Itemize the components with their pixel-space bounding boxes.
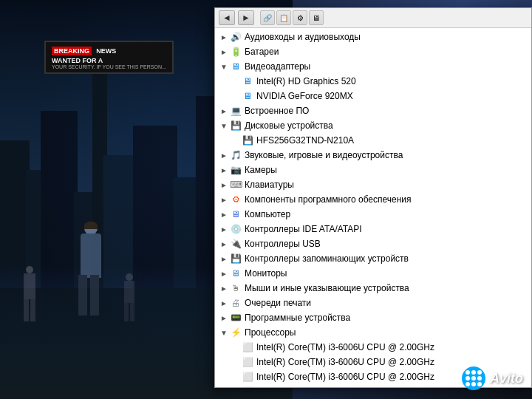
tree-icon-intel-gpu: 🖥: [242, 75, 253, 87]
avito-dot-6: [477, 376, 482, 381]
tree-item-camera[interactable]: ►📷Камеры: [215, 163, 531, 177]
tree-label-computer: Компьютер: [245, 209, 290, 219]
tree-item-sound-dev[interactable]: ►🎵Звуковые, игровые и видеоустройства: [215, 148, 531, 163]
tree-item-ide[interactable]: ►💿Контроллеры IDE ATA/ATAPI: [215, 222, 531, 236]
avito-dot-4: [466, 376, 470, 381]
tree-expander-computer[interactable]: ►: [218, 208, 230, 220]
dm-toolbar: ◄ ► 🔗 📋 ⚙ 🖥: [215, 8, 531, 28]
breaking-news-label: BREAKING: [52, 47, 92, 55]
tree-item-computer[interactable]: ►🖥Компьютер: [215, 207, 531, 222]
tree-item-components[interactable]: ►⚙Компоненты программного обеспечения: [215, 192, 531, 207]
toolbar-icon-4[interactable]: 🖥: [309, 10, 324, 25]
tree-item-audio[interactable]: ►🔊Аудиовходы и аудиовыходы: [215, 30, 531, 44]
tree-item-mouse[interactable]: ►🖱Мыши и иные указывающие устройства: [215, 281, 531, 296]
tree-icon-usb: 🔌: [230, 238, 242, 250]
news-label: NEWS: [96, 47, 116, 55]
tree-item-nvidia-gpu[interactable]: 🖥NVIDIA GeForce 920MX: [215, 89, 531, 103]
tree-icon-sound-dev: 🎵: [230, 149, 242, 161]
tree-item-program-dev[interactable]: ►📟Программные устройства: [215, 310, 531, 325]
avito-dot-3: [477, 370, 482, 375]
avito-text-label: Avito: [490, 371, 523, 386]
tree-item-battery[interactable]: ►🔋Батареи: [215, 44, 531, 59]
avito-dot-5: [471, 376, 476, 381]
avito-logo: [462, 366, 485, 390]
toolbar-icon-1[interactable]: 🔗: [260, 10, 275, 25]
tree-item-builtin[interactable]: ►💻Встроенное ПО: [215, 103, 531, 118]
tree-expander-builtin[interactable]: ►: [218, 105, 230, 117]
tree-icon-cpu4: ⬜: [242, 386, 253, 387]
tree-expander-cpu-cat[interactable]: ▼: [218, 327, 230, 338]
device-manager-window: ◄ ► 🔗 📋 ⚙ 🖥 ►🔊Аудиовходы и аудиовыходы►🔋…: [214, 7, 532, 388]
tree-icon-computer: 🖥: [230, 208, 242, 220]
tree-item-keyboard[interactable]: ►⌨Клавиатуры: [215, 177, 531, 192]
tree-item-hdd1[interactable]: 💾HFS256G32TND-N210A: [215, 133, 531, 148]
tree-label-mouse: Мыши и иные указывающие устройства: [245, 283, 409, 293]
tree-expander-monitor[interactable]: ►: [218, 267, 230, 279]
tree-expander-usb[interactable]: ►: [218, 238, 230, 250]
tree-expander-components[interactable]: ►: [218, 194, 230, 205]
tree-label-cpu-cat: Процессоры: [245, 327, 296, 338]
tree-item-cpu-cat[interactable]: ▼⚡Процессоры: [215, 325, 531, 340]
tree-label-keyboard: Клавиатуры: [245, 180, 294, 190]
tree-expander-sound-dev[interactable]: ►: [218, 149, 230, 161]
tree-expander-storage-ctrl[interactable]: ►: [218, 253, 230, 265]
tree-expander-cpu4: [230, 386, 242, 387]
tree-expander-intel-gpu: [230, 75, 242, 87]
tree-label-cpu2: Intel(R) Core(TM) i3-6006U CPU @ 2.00GHz: [256, 357, 434, 367]
tree-label-usb: Контроллеры USB: [245, 239, 321, 249]
tree-expander-battery[interactable]: ►: [218, 46, 230, 58]
device-tree[interactable]: ►🔊Аудиовходы и аудиовыходы►🔋Батареи▼🖥Вид…: [215, 28, 531, 387]
tree-label-camera: Камеры: [245, 165, 277, 175]
tree-expander-keyboard[interactable]: ►: [218, 179, 230, 191]
tree-icon-audio: 🔊: [230, 31, 242, 43]
tree-expander-hdd1: [230, 134, 242, 146]
tree-icon-cpu-cat: ⚡: [230, 327, 242, 338]
toolbar-icon-2[interactable]: 📋: [276, 10, 291, 25]
tree-item-intel-gpu[interactable]: 🖥Intel(R) HD Graphics 520: [215, 74, 531, 89]
tree-label-nvidia-gpu: NVIDIA GeForce 920MX: [256, 91, 353, 101]
tree-expander-audio[interactable]: ►: [218, 31, 230, 43]
tree-expander-cpu1: [230, 341, 242, 353]
tree-item-monitor[interactable]: ►🖥Мониторы: [215, 266, 531, 281]
tree-expander-mouse[interactable]: ►: [218, 282, 230, 294]
avito-dot-2: [471, 370, 476, 375]
tree-expander-camera[interactable]: ►: [218, 164, 230, 176]
tree-label-hdd1: HFS256G32TND-N210A: [256, 135, 354, 146]
back-button[interactable]: ◄: [219, 10, 235, 25]
tree-item-print[interactable]: ►🖨Очереди печати: [215, 296, 531, 310]
tree-expander-disk[interactable]: ▼: [218, 120, 230, 132]
tree-icon-cpu2: ⬜: [242, 356, 253, 368]
tree-item-storage-ctrl[interactable]: ►💾Контроллеры запоминающих устройств: [215, 251, 531, 266]
tree-label-intel-gpu: Intel(R) HD Graphics 520: [256, 76, 356, 86]
avito-dot-1: [466, 370, 470, 375]
forward-button[interactable]: ►: [238, 10, 254, 25]
avito-dot-7: [466, 382, 470, 386]
tree-expander-nvidia-gpu: [230, 90, 242, 102]
tree-icon-print: 🖨: [230, 297, 242, 309]
tree-expander-cpu3: [230, 371, 242, 383]
billboard-sub-text: YOUR SECURITY. IF YOU SEE THIS PERSON...: [52, 64, 166, 69]
tree-label-disk: Дисковые устройства: [245, 120, 333, 131]
tree-icon-monitor: 🖥: [230, 267, 242, 279]
tree-label-storage-ctrl: Контроллеры запоминающих устройств: [245, 253, 409, 264]
tree-item-disk[interactable]: ▼💾Дисковые устройства: [215, 118, 531, 133]
tree-item-cpu1[interactable]: ⬜Intel(R) Core(TM) i3-6006U CPU @ 2.00GH…: [215, 340, 531, 355]
tree-icon-builtin: 💻: [230, 105, 242, 117]
tree-expander-print[interactable]: ►: [218, 297, 230, 309]
tree-expander-ide[interactable]: ►: [218, 223, 230, 235]
billboard-wanted-text: WANTED FOR A: [52, 57, 166, 64]
tree-expander-program-dev[interactable]: ►: [218, 312, 230, 324]
tree-expander-video[interactable]: ▼: [218, 61, 230, 72]
tree-label-cpu4: Intel(R) Core(TM) i3-6006U CPU @ 2.00GHz: [256, 386, 434, 387]
tree-icon-camera: 📷: [230, 164, 242, 176]
avito-dots: [462, 366, 485, 390]
tree-icon-disk: 💾: [230, 120, 242, 132]
tree-item-usb[interactable]: ►🔌Контроллеры USB: [215, 236, 531, 251]
tree-icon-cpu1: ⬜: [242, 341, 253, 353]
toolbar-icon-3[interactable]: ⚙: [293, 10, 307, 25]
tree-icon-mouse: 🖱: [230, 282, 242, 294]
tree-item-video[interactable]: ▼🖥Видеоадаптеры: [215, 59, 531, 74]
toolbar-icons: 🔗 📋 ⚙ 🖥: [260, 10, 324, 25]
tree-icon-video: 🖥: [230, 61, 242, 72]
tree-label-components: Компоненты программного обеспечения: [245, 194, 412, 205]
